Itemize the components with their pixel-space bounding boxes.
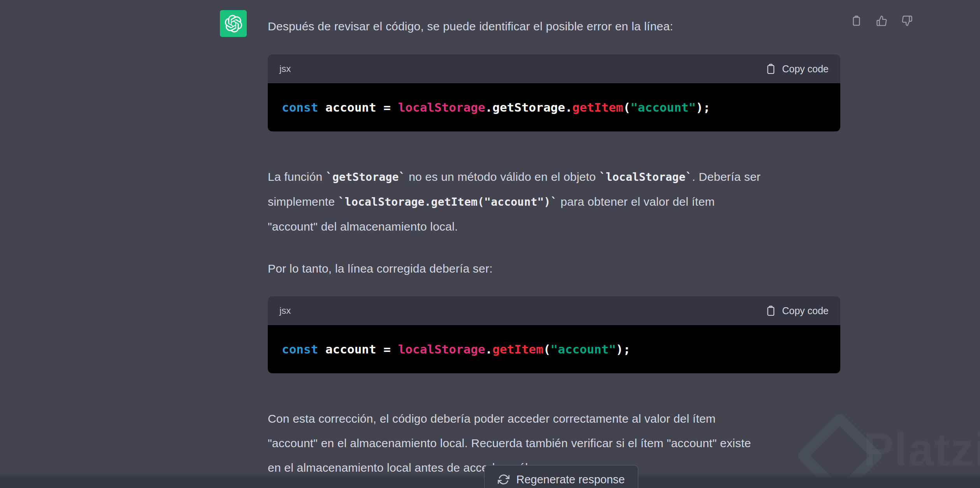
code-language-label: jsx [279,63,291,74]
explanation-line-2: simplemente `localStorage.getItem("accou… [268,189,840,214]
code-token: . [485,342,493,356]
code-block-1: jsx Copy code const account = localStora… [268,54,840,131]
code-token: "account" [551,342,616,356]
code-token: account [318,100,383,114]
text-run: para obtener el valor del ítem [557,195,715,208]
explanation-line-3: "account" del almacenamiento local. [268,214,840,239]
regenerate-response-button[interactable]: Regenerate response [484,465,638,488]
text-run: . Debería ser [692,170,760,183]
chat-screen: Platzi Después de revisar el código, se … [0,0,980,488]
thumbs-down-icon[interactable] [901,15,913,26]
code-block-1-header: jsx Copy code [268,54,840,83]
assistant-message: Después de revisar el código, se puede i… [268,0,840,480]
code-token: ); [616,342,631,356]
code-token: getItem [573,100,623,114]
copy-code-button[interactable]: Copy code [765,63,829,75]
text-run: no es un método válido en el objeto [406,170,599,183]
code-token: getItem [492,342,543,356]
inline-code: `getStorage` [326,171,406,184]
inline-code: `localStorage.getItem("account")` [338,196,557,208]
thumbs-up-icon[interactable] [876,15,887,26]
code-token: "account" [631,100,696,114]
code-token: = [383,342,398,356]
regenerate-label: Regenerate response [516,473,625,486]
conclusion-line-2: "account" en el almacenamiento local. Re… [268,431,840,455]
code-token: ( [543,342,551,356]
refresh-icon [498,474,509,485]
clipboard-icon [765,305,776,317]
code-token: ); [696,100,710,114]
copy-code-button[interactable]: Copy code [765,305,829,317]
code-token: account [318,342,383,356]
text-run: La función [268,170,326,183]
code-token: ( [623,100,631,114]
copy-response-icon[interactable] [850,15,862,26]
transition-text: Por lo tanto, la línea corregida debería… [268,262,493,275]
code-block-1-code: const account = localStorage.getStorage.… [268,83,840,131]
code-token: localStorage [398,342,485,356]
clipboard-icon [765,63,776,75]
code-block-2-code: const account = localStorage.getItem("ac… [268,325,840,373]
code-token: localStorage [398,100,485,114]
code-token: const [282,342,318,356]
inline-code: `localStorage` [599,171,692,184]
copy-code-label: Copy code [782,63,829,75]
response-actions [850,15,913,26]
code-block-2-header: jsx Copy code [268,296,840,325]
assistant-avatar [220,10,247,37]
code-language-label: jsx [279,305,291,316]
text-run: "account" del almacenamiento local. [268,220,458,233]
openai-logo-icon [225,15,242,33]
paragraph-explanation: La función `getStorage` no es un método … [268,164,840,239]
code-token: = [383,100,398,114]
explanation-line-1: La función `getStorage` no es un método … [268,164,840,189]
code-token: .getStorage. [485,100,573,114]
platzi-watermark-text: Platzi [863,423,980,476]
code-block-2: jsx Copy code const account = localStora… [268,296,840,373]
paragraph-transition: Por lo tanto, la línea corregida debería… [268,256,840,281]
code-token: const [282,100,318,114]
copy-code-label: Copy code [782,305,829,317]
text-run: simplemente [268,195,338,208]
intro-text: Después de revisar el código, se puede i… [268,20,673,33]
paragraph-intro: Después de revisar el código, se puede i… [268,14,840,38]
conclusion-line-1: Con esta corrección, el código debería p… [268,406,840,431]
